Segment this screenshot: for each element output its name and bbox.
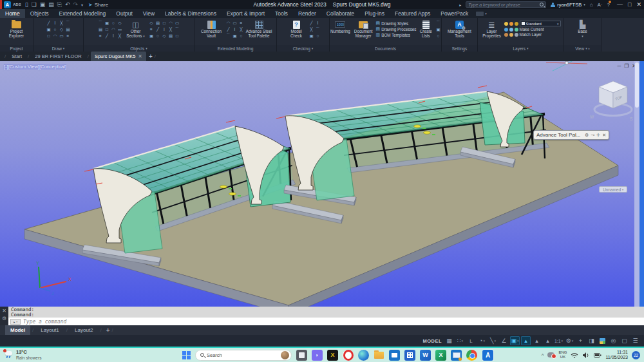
maximize-button[interactable]: □: [628, 1, 631, 8]
bom-templates-button[interactable]: ▥BOM Templates: [376, 32, 417, 37]
annotation-autoscale-icon[interactable]: ▴: [532, 336, 542, 345]
ortho-mode-icon[interactable]: L: [466, 336, 476, 345]
layout-tab-layout1[interactable]: Layout1: [35, 325, 64, 335]
tab-powerpack[interactable]: PowerPack: [435, 9, 473, 18]
ribbon-tool-icon[interactable]: □: [162, 20, 167, 26]
drawing-styles-button[interactable]: ▤Drawing Styles: [376, 21, 417, 26]
command-input[interactable]: ▸▾ Type a command: [8, 318, 644, 325]
selection-cycling-icon[interactable]: ◨: [587, 336, 596, 345]
ribbon-tool-icon[interactable]: I: [52, 20, 58, 26]
command-close-icon[interactable]: ✕: [2, 308, 6, 314]
connection-vault-button[interactable]: Connection Vault: [198, 19, 224, 38]
ribbon-tool-icon[interactable]: I: [315, 20, 321, 26]
ribbon-tool-icon[interactable]: ╳: [59, 20, 64, 26]
battery-icon[interactable]: [594, 352, 601, 359]
autodesk-menu-icon[interactable]: A·: [598, 2, 603, 8]
help-search-input[interactable]: Type a keyword or phrase: [466, 1, 546, 8]
file-explorer-icon[interactable]: [374, 350, 384, 361]
ribbon-tool-icon[interactable]: ◇: [162, 33, 167, 39]
group-label-checking[interactable]: Checking▾: [277, 45, 329, 52]
customization-menu-icon[interactable]: ☰: [630, 336, 640, 345]
tab-render[interactable]: Render: [293, 9, 321, 18]
ribbon-tool-icon[interactable]: ○: [155, 33, 161, 39]
annotation-scale-icon[interactable]: ▴: [543, 336, 553, 345]
ribbon-tool-icon[interactable]: ◠: [111, 26, 117, 32]
new-layout-button[interactable]: +: [106, 327, 110, 334]
ribbon-tool-icon[interactable]: ▭: [232, 20, 238, 26]
minimize-button[interactable]: —: [617, 1, 623, 8]
wifi-icon[interactable]: [571, 352, 578, 359]
ribbon-tool-icon[interactable]: ⌒: [175, 26, 180, 32]
search-icon[interactable]: [540, 3, 544, 6]
ribbon-tool-icon[interactable]: □: [175, 33, 180, 39]
model-check-button[interactable]: ? Model Check: [285, 19, 307, 38]
ribbon-tool-icon[interactable]: ⌒: [435, 20, 441, 26]
ribbon-display-toggle[interactable]: [476, 12, 484, 16]
polar-tracking-icon[interactable]: ◔▾: [477, 336, 487, 345]
group-label-extended-modeling[interactable]: Extended Modeling: [194, 45, 276, 52]
other-sections-button[interactable]: ◫ Other Sections ▾: [124, 19, 147, 38]
tab-home[interactable]: Home: [0, 9, 25, 18]
ribbon-tool-icon[interactable]: ◇: [117, 20, 123, 26]
isometric-drafting-icon[interactable]: ╲▾: [488, 336, 498, 345]
ribbon-tool-icon[interactable]: ○: [111, 20, 117, 26]
ribbon-tool-icon[interactable]: ▣: [435, 26, 441, 32]
ribbon-tool-icon[interactable]: ⌒: [98, 20, 104, 26]
ribbon-tool-icon[interactable]: ╱: [46, 20, 52, 26]
snap-mode-icon[interactable]: ∷▾: [455, 336, 465, 345]
ribbon-tool-icon[interactable]: ≡: [98, 33, 104, 39]
tab-collaborate[interactable]: Collaborate: [321, 9, 359, 18]
group-label-objects[interactable]: Objects▾: [84, 45, 194, 52]
scrollbar-thumb[interactable]: [635, 62, 639, 108]
layer-freeze-icon[interactable]: [509, 22, 513, 26]
ribbon-tool-icon[interactable]: □: [46, 33, 52, 39]
calendar-app-icon[interactable]: [404, 350, 415, 361]
taskbar-search-input[interactable]: Search: [195, 350, 292, 361]
tab-tools[interactable]: Tools: [270, 9, 293, 18]
ribbon-tool-icon[interactable]: ◠: [225, 20, 231, 26]
ribbon-tool-icon[interactable]: ◠: [168, 20, 174, 26]
ribbon-tool-icon[interactable]: ○: [52, 26, 58, 32]
ribbon-tool-icon[interactable]: ▣: [232, 33, 238, 39]
speaker-icon[interactable]: [582, 352, 590, 359]
excel-icon[interactable]: X: [435, 350, 446, 361]
ribbon-tool-icon[interactable]: ▣: [149, 33, 155, 39]
tab-export-import[interactable]: Export & Import: [222, 9, 270, 18]
create-lists-button[interactable]: Create Lists: [417, 19, 434, 38]
tab-objects[interactable]: Objects: [25, 9, 54, 18]
tab-plug-ins[interactable]: Plug-ins: [359, 9, 390, 18]
app-store-icon[interactable]: ⌂: [590, 2, 593, 8]
language-indicator[interactable]: ENGUK: [558, 350, 567, 359]
object-snap-icon[interactable]: ▣▾: [510, 336, 520, 345]
ribbon-tool-icon[interactable]: ╳: [117, 33, 123, 39]
sync-status-icon[interactable]: [547, 352, 554, 357]
viewport-controls[interactable]: [-][Custom View][Conceptual]: [4, 64, 66, 70]
ribbon-tool-icon[interactable]: ⌒: [225, 33, 231, 39]
ribbon-tool-icon[interactable]: ▣: [104, 20, 110, 26]
ribbon-tool-icon[interactable]: ╱: [155, 26, 161, 32]
ribbon-tool-icon[interactable]: ◠: [52, 33, 58, 39]
ribbon-tool-icon[interactable]: ▤: [155, 20, 161, 26]
save-as-icon[interactable]: ▤: [48, 1, 54, 8]
group-label-view[interactable]: View▾ »: [564, 45, 601, 52]
close-button[interactable]: ✕: [636, 1, 641, 8]
ribbon-tool-icon[interactable]: ≡: [238, 20, 244, 26]
doc-restore-icon[interactable]: ❐: [624, 63, 629, 69]
ribbon-tool-icon[interactable]: ╳: [168, 26, 174, 32]
ribbon-tool-icon[interactable]: I: [232, 26, 238, 32]
open-file-icon[interactable]: ❏: [32, 1, 37, 8]
recent-commands-button[interactable]: ▸▾: [10, 319, 21, 325]
ribbon-tool-icon[interactable]: ▣: [46, 26, 52, 32]
close-tab-icon[interactable]: ✕: [138, 53, 142, 59]
weather-widget[interactable]: 13°C Rain showers: [4, 350, 41, 359]
ribbon-tool-icon[interactable]: ╳: [308, 26, 314, 32]
grid-display-icon[interactable]: ▦: [444, 336, 454, 345]
ribbon-tool-icon[interactable]: ◇: [149, 20, 155, 26]
ribbon-tool-icon[interactable]: ╱: [225, 26, 231, 32]
layout-tab-layout2[interactable]: Layout2: [70, 325, 98, 335]
outlook-icon[interactable]: [451, 350, 462, 361]
ribbon-tool-icon[interactable]: ≡: [65, 33, 71, 39]
base-button[interactable]: ▙ Base▾: [573, 19, 592, 38]
group-label-layers[interactable]: Layers▾: [478, 45, 564, 52]
tab-extended-modeling[interactable]: Extended Modeling: [54, 9, 111, 18]
